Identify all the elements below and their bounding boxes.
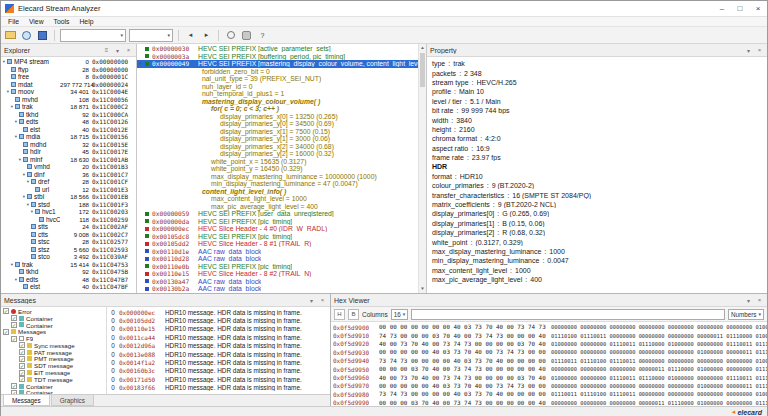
packet-row[interactable]: 0x00105dc8HEVC SEI PREFIX [pic_timing] bbox=[137, 233, 418, 241]
go-forward-button[interactable]: ▸ bbox=[200, 29, 213, 42]
stream-select-dropdown[interactable]: ▾ bbox=[60, 29, 126, 42]
tree-item-moov[interactable]: ▾moov34 4010x11C0004E bbox=[1, 88, 136, 96]
message-row[interactable]: 00x00183f66HDR10 message. HDR data is mi… bbox=[107, 384, 330, 392]
message-row[interactable]: 00x0011ca44HDR10 message. HDR data is mi… bbox=[107, 333, 330, 341]
checkbox[interactable]: ✓ bbox=[19, 342, 25, 348]
packet-row[interactable]: 0x00105dd2HEVC Slice Header - 8 #1 (TRAI… bbox=[137, 240, 418, 248]
hex-row[interactable]: 0x0f5d996040 00 73 70 40 00 73 74 73 00 … bbox=[331, 373, 767, 381]
packet-field-row[interactable]: display_primaries_y[1] = 3000 (0.06) bbox=[137, 135, 418, 143]
property-row[interactable]: white_point:(0.3127, 0.329) bbox=[432, 237, 767, 246]
message-filter-tdt-message[interactable]: ✓TDT message bbox=[1, 376, 106, 383]
packet-field-row[interactable]: min_display_mastering_luminance = 47 (0.… bbox=[137, 180, 418, 188]
tree-item-dinf[interactable]: ▾dinf360x11C001C7 bbox=[1, 171, 136, 179]
property-row[interactable]: display_primaries[0]:G (0.265, 0.69) bbox=[432, 209, 767, 218]
property-row[interactable]: matrix_coefficients:9 (BT.2020-2 NCL) bbox=[432, 200, 767, 209]
tree-item-url[interactable]: url120x11C001E3 bbox=[1, 186, 136, 194]
property-row[interactable]: max_content_light_level:1000 bbox=[432, 266, 767, 275]
property-row[interactable]: display_primaries[1]:B (0.15, 0.06) bbox=[432, 219, 767, 228]
minimize-button[interactable]: – bbox=[713, 1, 731, 16]
packet-field-row[interactable]: display_primaries_y[2] = 16000 (0.32) bbox=[137, 150, 418, 158]
message-filter-container[interactable]: ✓Container bbox=[1, 322, 106, 329]
property-row[interactable]: colour_primaries:9 (BT.2020-2) bbox=[432, 181, 767, 190]
tree-item-ctts[interactable]: ctts9 0080x11C002C7 bbox=[1, 231, 136, 239]
property-row[interactable]: level / tier:5.1 / Main bbox=[432, 97, 767, 106]
checkbox[interactable]: ✓ bbox=[3, 329, 9, 335]
packet-row[interactable]: 0x00130a47AAC raw_data_block bbox=[137, 278, 418, 286]
checkbox[interactable]: ✓ bbox=[11, 383, 17, 389]
tree-item-edts[interactable]: ▾edts480x11C047B7 bbox=[1, 276, 136, 284]
packet-field-row[interactable]: nuh_layer_id = 0 bbox=[137, 83, 418, 91]
message-filter-container[interactable]: ✓Container bbox=[1, 383, 106, 390]
packet-field-row[interactable]: white_point_x = 15635 (0.3127) bbox=[137, 158, 418, 166]
tree-item-elst[interactable]: elst400x11C0012E bbox=[1, 126, 136, 134]
menu-tools[interactable]: Tools bbox=[49, 18, 75, 25]
close-icon[interactable]: × bbox=[318, 297, 327, 303]
packet-field-row[interactable]: display_primaries_x[1] = 7500 (0.15) bbox=[137, 128, 418, 136]
checkbox[interactable]: ✓ bbox=[11, 322, 17, 328]
tree-item-hvc1[interactable]: ▾hvc11720x11C00203 bbox=[1, 208, 136, 216]
message-filter-messages[interactable]: ✓Messages bbox=[1, 328, 106, 335]
packet-field-row[interactable]: nuh_temporal_id_plus1 = 1 bbox=[137, 90, 418, 98]
packet-field-row[interactable]: white_point_y = 16450 (0.329) bbox=[137, 165, 418, 173]
tree-item-tkhd[interactable]: tkhd920x11C0475B bbox=[1, 268, 136, 276]
hex-search-input[interactable] bbox=[411, 309, 725, 320]
checkbox[interactable]: ✓ bbox=[11, 315, 17, 321]
message-row[interactable]: 00x0013e088HDR10 message. HDR data is mi… bbox=[107, 350, 330, 358]
hex-row[interactable]: 0x0f5d992040 00 73 70 40 00 73 74 73 00 … bbox=[331, 340, 767, 348]
help-button[interactable]: ? bbox=[256, 29, 269, 42]
packet-row[interactable]: 0x00110d1eAAC raw_data_block bbox=[137, 248, 418, 256]
property-row[interactable]: bit rate:99 999 744 bps bbox=[432, 106, 767, 115]
property-row[interactable]: max_pic_average_light_level:400 bbox=[432, 275, 767, 284]
menu-view[interactable]: View bbox=[24, 18, 49, 25]
packet-list-scrollbar[interactable]: ▲ ▼ bbox=[418, 44, 426, 293]
message-row[interactable]: 00x00171d50HDR10 message. HDR data is mi… bbox=[107, 375, 330, 383]
hex-row[interactable]: 0x0f5d998073 74 73 00 00 00 00 40 03 73 … bbox=[331, 390, 767, 398]
tree-item-ftyp[interactable]: ftyp280x00000000 bbox=[1, 66, 136, 74]
property-row[interactable]: max_display_mastering_luminance:1000 bbox=[432, 247, 767, 256]
checkbox[interactable]: ✓ bbox=[19, 349, 25, 355]
tree-item-vmhd[interactable]: vmhd200x11C001B3 bbox=[1, 163, 136, 171]
hex-row[interactable]: 0x0f5d997000 00 00 00 00 40 03 73 70 40 … bbox=[331, 382, 767, 390]
tree-item-mdhd[interactable]: mdhd320x11C0015E bbox=[1, 141, 136, 149]
tree-item-mdia[interactable]: ▾mdia18 7150x11C00156 bbox=[1, 133, 136, 141]
hex-grid-icon[interactable]: B bbox=[348, 309, 359, 320]
maximize-button[interactable]: □ bbox=[731, 1, 749, 16]
panel-menu-icon[interactable]: ▾ bbox=[307, 297, 316, 304]
message-filter-error[interactable]: ✓Error bbox=[1, 308, 106, 315]
tree-item-minf[interactable]: ▾minf18 6300x11C001AB bbox=[1, 156, 136, 164]
packet-row[interactable]: 0x00130b2aAAC raw_data_block bbox=[137, 285, 418, 293]
packet-field-row[interactable]: max_content_light_level = 1000 bbox=[137, 195, 418, 203]
close-icon[interactable]: × bbox=[755, 47, 764, 53]
menu-file[interactable]: File bbox=[3, 18, 24, 25]
scroll-up-icon[interactable]: ▲ bbox=[419, 44, 426, 52]
packet-field-row[interactable]: content_light_level_info( ) bbox=[137, 188, 418, 196]
packet-row[interactable]: 0x00000059HEVC SEI PREFIX [user_data_unr… bbox=[137, 210, 418, 218]
go-back-button[interactable]: ◂ bbox=[184, 29, 197, 42]
settings-button[interactable] bbox=[240, 29, 253, 42]
tree-item-stsd[interactable]: ▾stsd1880x11C001F3 bbox=[1, 201, 136, 209]
checkbox[interactable]: ✓ bbox=[19, 370, 25, 376]
tree-item-tkhd[interactable]: tkhd920x11C000CA bbox=[1, 111, 136, 119]
packet-row[interactable]: 0x00110e0bHEVC SEI PREFIX [pic_timing] bbox=[137, 263, 418, 271]
packet-field-row[interactable]: max_display_mastering_luminance = 100000… bbox=[137, 173, 418, 181]
packet-field-row[interactable]: forbidden_zero_bit = 0 bbox=[137, 68, 418, 76]
view-mode-dropdown[interactable]: ▾ bbox=[129, 29, 173, 42]
save-button[interactable] bbox=[36, 29, 49, 42]
scrollbar-thumb[interactable] bbox=[420, 53, 425, 87]
property-row[interactable]: height:2160 bbox=[432, 125, 767, 134]
hex-row[interactable]: 0x0f5d991074 73 00 00 00 03 70 40 00 73 … bbox=[331, 331, 767, 339]
property-row[interactable]: type:trak bbox=[432, 59, 767, 68]
property-row[interactable]: aspect ratio:16:9 bbox=[432, 144, 767, 153]
checkbox[interactable]: ✓ bbox=[19, 376, 25, 382]
message-row[interactable]: 00x00105dd2HDR10 message. HDR data is mi… bbox=[107, 316, 330, 324]
packet-row[interactable]: 0x00110d28AAC raw_data_block bbox=[137, 255, 418, 263]
packet-field-row[interactable]: display_primaries_y[0] = 34500 (0.69) bbox=[137, 120, 418, 128]
hex-view-mode-icon[interactable]: H bbox=[334, 309, 345, 320]
property-row[interactable]: width:3840 bbox=[432, 115, 767, 124]
open-file-button[interactable] bbox=[4, 29, 17, 42]
packet-row[interactable]: ▾0x00000049HEVC SEI PREFIX [mastering_di… bbox=[137, 60, 418, 68]
property-row[interactable]: format:HDR10 bbox=[432, 172, 767, 181]
scroll-down-icon[interactable]: ▼ bbox=[419, 285, 426, 293]
hex-row[interactable]: 0x0f5d995000 00 00 03 70 40 00 73 74 73 … bbox=[331, 365, 767, 373]
property-row[interactable]: display_primaries[2]:R (0.68, 0.32) bbox=[432, 228, 767, 237]
